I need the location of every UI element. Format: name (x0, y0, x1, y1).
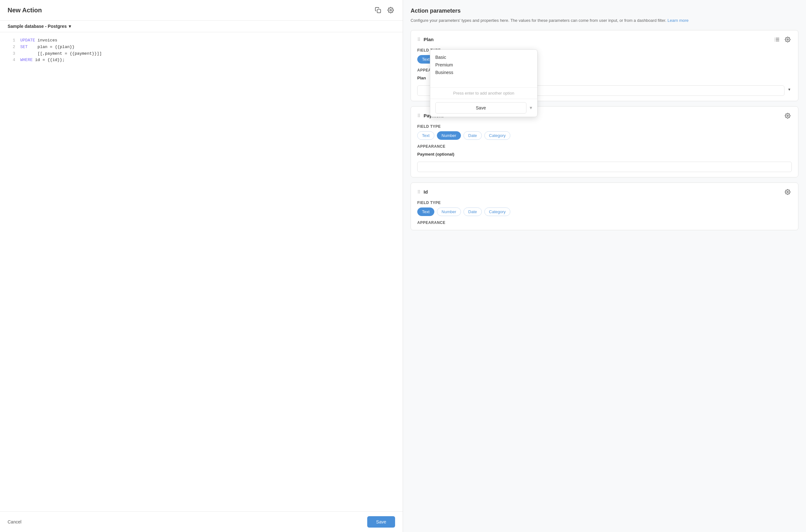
payment-type-text[interactable]: Text (417, 131, 434, 140)
payment-field-type-row: Text Number Date Category (417, 131, 792, 140)
id-settings-button[interactable] (784, 188, 792, 196)
plan-param-card: ⠿ Plan (410, 30, 799, 101)
learn-more-link[interactable]: Learn more (668, 18, 689, 23)
drag-handle-plan[interactable]: ⠿ (417, 37, 420, 42)
dropdown-options-list: Basic Premium Business (430, 50, 537, 88)
plan-list-icon-button[interactable] (773, 35, 781, 44)
svg-point-9 (787, 115, 789, 116)
plan-dropdown-toggle[interactable]: ▾ (787, 86, 792, 93)
svg-point-1 (390, 10, 391, 11)
cancel-button[interactable]: Cancel (7, 519, 21, 525)
id-appearance-label: Appearance (417, 221, 792, 225)
dropdown-save-button[interactable]: Save (435, 102, 527, 114)
payment-type-date[interactable]: Date (463, 131, 481, 140)
db-dropdown-button[interactable]: Sample database - Postgres ▾ (7, 24, 71, 29)
dropdown-option-basic[interactable]: Basic (435, 54, 532, 61)
page-title: New Action (7, 7, 42, 14)
action-params-description: Configure your parameters' types and pro… (410, 17, 799, 24)
payment-type-number[interactable]: Number (437, 131, 461, 140)
database-selector[interactable]: Sample database - Postgres ▾ (0, 21, 403, 32)
save-button[interactable]: Save (367, 516, 395, 528)
chevron-down-icon-dropdown[interactable]: ▾ (530, 105, 532, 111)
plan-settings-button[interactable] (784, 35, 792, 44)
drag-handle-id[interactable]: ⠿ (417, 189, 420, 194)
list-icon (774, 37, 780, 42)
payment-type-category[interactable]: Category (484, 131, 511, 140)
svg-point-10 (787, 191, 789, 193)
gear-icon-id (785, 189, 790, 195)
id-type-number[interactable]: Number (437, 208, 461, 216)
svg-point-8 (787, 39, 789, 40)
id-type-category[interactable]: Category (484, 208, 511, 216)
id-field-type-row: Text Number Date Category (417, 208, 792, 216)
right-panel: Action parameters Configure your paramet… (403, 0, 806, 532)
header-icons (373, 6, 395, 15)
code-line-4: 4 WHERE id = {{id}}; (7, 57, 395, 63)
id-type-date[interactable]: Date (463, 208, 481, 216)
gear-icon (387, 7, 394, 13)
payment-optional-label: Payment (optional) (417, 152, 792, 156)
gear-icon-plan (785, 37, 790, 42)
code-editor[interactable]: 1 UPDATE invoices 2 SET plan = {{plan}} … (0, 32, 403, 511)
payment-input[interactable] (417, 162, 792, 172)
plan-card-title: Plan (424, 37, 434, 42)
code-line-1: 1 UPDATE invoices (7, 37, 395, 44)
copy-button[interactable] (373, 6, 382, 15)
dropdown-option-business[interactable]: Business (435, 69, 532, 76)
chevron-down-plan: ▾ (788, 87, 790, 92)
left-footer: Cancel Save (0, 511, 403, 532)
copy-icon (375, 7, 381, 13)
payment-appearance-label: Appearance (417, 144, 792, 149)
dropdown-hint: Press enter to add another option (430, 88, 537, 99)
svg-rect-0 (377, 10, 381, 13)
dropdown-option-premium[interactable]: Premium (435, 61, 532, 69)
code-line-3: 3 [[,payment = {{payment}}]] (7, 51, 395, 57)
payment-field-type-label: Field type (417, 124, 792, 129)
action-params-title: Action parameters (410, 7, 799, 14)
gear-icon-payment (785, 113, 790, 119)
id-card-title: Id (424, 189, 428, 194)
id-param-card: ⠿ Id Field type Text Number Date Categor… (410, 183, 799, 230)
drag-handle-payment[interactable]: ⠿ (417, 113, 420, 118)
settings-button[interactable] (386, 6, 395, 15)
id-card-header: ⠿ Id (417, 188, 792, 196)
dropdown-popup: Basic Premium Business Press enter to ad… (430, 49, 537, 117)
payment-settings-button[interactable] (784, 112, 792, 120)
chevron-down-icon: ▾ (69, 24, 71, 29)
left-panel: New Action Sample database - Postgres ▾ (0, 0, 403, 532)
db-label: Sample database - Postgres (7, 24, 67, 29)
id-type-text[interactable]: Text (417, 208, 434, 216)
id-field-type-label: Field type (417, 201, 792, 205)
code-line-2: 2 SET plan = {{plan}} (7, 44, 395, 51)
left-header: New Action (0, 0, 403, 21)
plan-card-header: ⠿ Plan (417, 35, 792, 44)
dropdown-save-row: Save ▾ (430, 99, 537, 117)
